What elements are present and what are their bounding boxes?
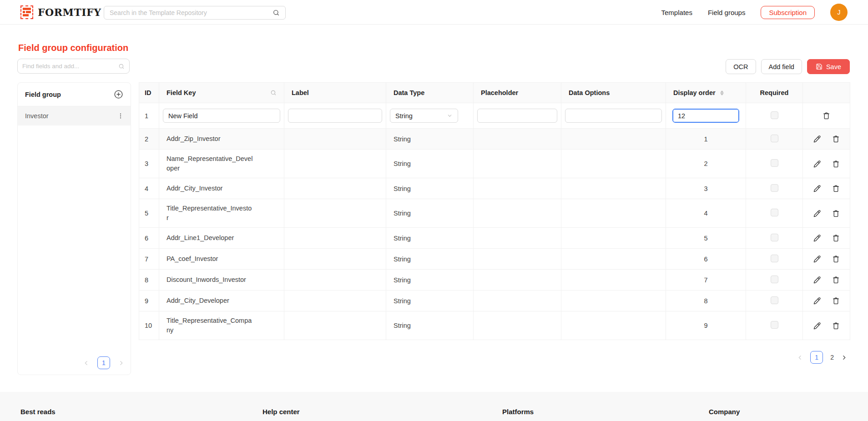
required-checkbox[interactable] — [771, 111, 778, 119]
table-row[interactable]: 5 Title_Representative_Investor String 4 — [139, 199, 850, 228]
top-navigation: Templates Field groups Subscription J — [661, 0, 848, 25]
delete-row-button[interactable] — [832, 276, 840, 284]
find-fields-input[interactable] — [22, 63, 116, 70]
save-button[interactable]: Save — [807, 59, 850, 74]
row-data-options-cell — [561, 228, 666, 249]
required-checkbox[interactable] — [771, 159, 778, 167]
edit-row-button[interactable] — [813, 276, 821, 284]
row-data-type-cell: String — [386, 270, 474, 291]
sidebar-pagination: 1 — [83, 356, 124, 369]
row-id-cell: 2 — [139, 129, 159, 150]
table-pagination: 1 2 — [139, 351, 850, 364]
table-row[interactable]: 3 Name_Representative_Developer String 2 — [139, 150, 850, 178]
row-label-cell — [284, 228, 386, 249]
required-checkbox[interactable] — [771, 135, 778, 142]
sidebar-next-page-button[interactable] — [118, 360, 124, 366]
table-next-page-button[interactable] — [841, 355, 847, 361]
row-id-cell: 1 — [139, 103, 159, 129]
label-input[interactable] — [288, 109, 382, 123]
table-row[interactable]: 6 Addr_Line1_Developer String 5 — [139, 228, 850, 249]
kebab-menu-icon[interactable] — [117, 112, 124, 120]
nav-templates[interactable]: Templates — [661, 9, 692, 16]
column-header-placeholder: Placeholder — [474, 83, 561, 103]
row-field-key-cell: Addr_City_Developer — [159, 291, 284, 311]
edit-row-button[interactable] — [813, 255, 821, 263]
row-field-key-cell: Discount_Inwords_Investor — [159, 270, 284, 291]
field-key-input[interactable] — [163, 109, 280, 123]
edit-row-button[interactable] — [813, 185, 821, 192]
table-row[interactable]: 4 Addr_City_Investor String 3 — [139, 178, 850, 199]
edit-row-button[interactable] — [813, 322, 821, 330]
delete-row-button[interactable] — [832, 297, 840, 305]
row-data-options-cell — [561, 249, 666, 270]
find-fields-search[interactable] — [17, 59, 130, 74]
field-group-item-label: Investor — [25, 112, 49, 120]
table-row[interactable]: 8 Discount_Inwords_Investor String 7 — [139, 270, 850, 291]
footer-heading-help-center: Help center — [262, 408, 300, 416]
table-page-1-button[interactable]: 1 — [810, 351, 823, 364]
column-header-data-options: Data Options — [561, 83, 666, 103]
table-prev-page-button[interactable] — [797, 355, 803, 361]
table-header-row: ID Field Key Label Data Type Placeholder… — [139, 83, 850, 103]
sidebar-page-1-button[interactable]: 1 — [97, 356, 110, 369]
required-checkbox[interactable] — [771, 209, 778, 216]
row-placeholder-cell — [474, 199, 561, 228]
field-group-item-investor[interactable]: Investor — [18, 106, 131, 125]
row-field-key-cell: PA_coef_Investor — [159, 249, 284, 270]
row-display-order-cell: 7 — [666, 270, 746, 291]
row-id-cell: 3 — [139, 150, 159, 178]
sidebar-prev-page-button[interactable] — [83, 360, 89, 366]
required-checkbox[interactable] — [771, 276, 778, 283]
data-options-input[interactable] — [565, 109, 662, 123]
subscription-button[interactable]: Subscription — [761, 6, 815, 19]
new-field-editor-row: 1 String — [139, 103, 850, 129]
field-group-panel: Field group Investor 1 — [17, 82, 131, 375]
ocr-button[interactable]: OCR — [726, 59, 756, 74]
required-checkbox[interactable] — [771, 296, 778, 304]
delete-row-button[interactable] — [832, 255, 840, 263]
brand-logo[interactable]: FORMTIFY — [20, 5, 101, 19]
add-field-group-button[interactable] — [114, 90, 123, 99]
delete-row-button[interactable] — [832, 234, 840, 242]
edit-row-button[interactable] — [813, 160, 821, 168]
delete-row-button[interactable] — [832, 135, 840, 143]
column-header-actions — [803, 83, 850, 103]
template-repository-search[interactable] — [104, 6, 286, 20]
required-checkbox[interactable] — [771, 255, 778, 262]
delete-row-button[interactable] — [832, 160, 840, 168]
table-row[interactable]: 7 PA_coef_Investor String 6 — [139, 249, 850, 270]
table-page-2-button[interactable]: 2 — [830, 354, 834, 361]
table-row[interactable]: 2 Addr_Zip_Investor String 1 — [139, 129, 850, 150]
delete-row-button[interactable] — [832, 210, 840, 217]
column-header-display-order: Display order — [666, 83, 746, 103]
nav-field-groups[interactable]: Field groups — [708, 9, 746, 16]
row-data-options-cell — [561, 129, 666, 150]
user-avatar[interactable]: J — [830, 4, 848, 21]
row-label-cell — [284, 150, 386, 178]
required-checkbox[interactable] — [771, 234, 778, 241]
add-field-button[interactable]: Add field — [761, 59, 802, 74]
toolbar: OCR Add field Save — [726, 59, 850, 74]
column-header-field-key-label: Field Key — [167, 89, 196, 96]
delete-row-button[interactable] — [832, 322, 840, 330]
row-field-key-cell: Name_Representative_Developer — [159, 150, 284, 178]
edit-row-button[interactable] — [813, 234, 821, 242]
edit-row-button[interactable] — [813, 210, 821, 217]
column-search-icon[interactable] — [270, 90, 277, 96]
delete-row-button[interactable] — [823, 112, 830, 120]
edit-row-button[interactable] — [813, 135, 821, 143]
sort-carets-icon[interactable] — [720, 90, 724, 95]
row-display-order-cell: 8 — [666, 291, 746, 311]
placeholder-input[interactable] — [477, 109, 557, 123]
display-order-input[interactable] — [672, 109, 739, 123]
table-row[interactable]: 9 Addr_City_Developer String 8 — [139, 291, 850, 311]
row-data-type-cell: String — [386, 178, 474, 199]
table-row[interactable]: 10 Title_Representative_Company String 9 — [139, 311, 850, 340]
delete-row-button[interactable] — [832, 185, 840, 192]
required-checkbox[interactable] — [771, 184, 778, 192]
template-repository-search-input[interactable] — [110, 9, 269, 16]
required-checkbox[interactable] — [771, 321, 778, 329]
data-type-select[interactable]: String — [390, 109, 458, 123]
row-data-type-cell: String — [386, 129, 474, 150]
edit-row-button[interactable] — [813, 297, 821, 305]
